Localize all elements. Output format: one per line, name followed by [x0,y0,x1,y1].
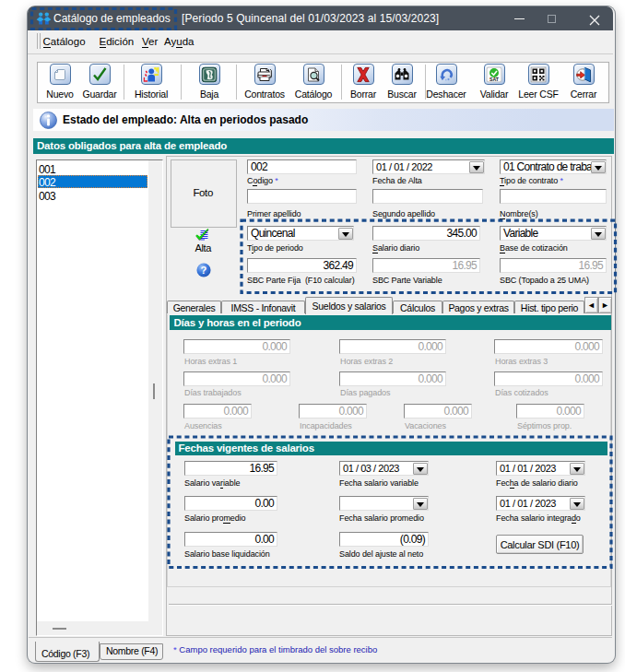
svg-text:?: ? [201,265,207,276]
svg-text:SAT: SAT [489,76,500,81]
